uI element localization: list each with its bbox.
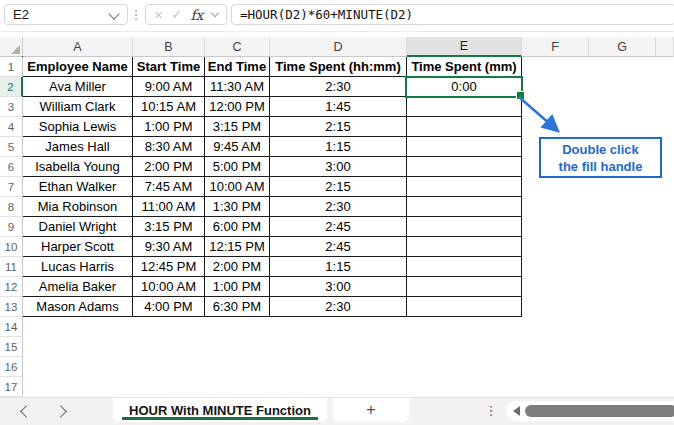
add-sheet-button[interactable]: + — [333, 398, 409, 422]
table-cell[interactable]: 7:45 AM — [133, 177, 205, 197]
table-cell[interactable]: Amelia Baker — [23, 277, 133, 297]
row-header-9[interactable]: 9 — [0, 217, 23, 237]
table-cell[interactable] — [407, 237, 522, 257]
table-cell[interactable]: 3:15 PM — [133, 217, 205, 237]
table-cell[interactable]: 2:30 — [270, 197, 407, 217]
table-header-cell[interactable]: Time Spent (mm) — [407, 57, 522, 77]
column-header-b[interactable]: B — [133, 37, 205, 57]
table-cell[interactable]: 5:00 PM — [205, 157, 270, 177]
table-header-cell[interactable]: Time Spent (hh:mm) — [270, 57, 407, 77]
name-box-chevron-down-icon[interactable] — [108, 8, 119, 19]
horizontal-scrollbar[interactable] — [506, 401, 674, 421]
table-cell[interactable]: 8:30 AM — [133, 137, 205, 157]
row-header-14[interactable]: 14 — [0, 317, 23, 337]
row-header-11[interactable]: 11 — [0, 257, 23, 277]
table-cell[interactable]: 2:30 — [270, 297, 407, 317]
row-header-3[interactable]: 3 — [0, 97, 23, 117]
column-header-f[interactable]: F — [522, 37, 589, 57]
table-cell[interactable]: Lucas Harris — [23, 257, 133, 277]
table-cell[interactable]: James Hall — [23, 137, 133, 157]
table-cell[interactable]: 12:15 PM — [205, 237, 270, 257]
table-cell[interactable]: 2:00 PM — [133, 157, 205, 177]
table-cell[interactable]: 3:15 PM — [205, 117, 270, 137]
table-cell[interactable]: 11:00 AM — [133, 197, 205, 217]
sheet-options-dots-icon[interactable]: ⋮ — [484, 398, 498, 422]
enter-icon[interactable]: ✓ — [171, 8, 182, 21]
fx-chevron-down-icon[interactable] — [211, 9, 219, 17]
table-cell[interactable]: 9:45 AM — [205, 137, 270, 157]
column-header-c[interactable]: C — [205, 37, 270, 57]
table-cell[interactable]: 11:30 AM — [205, 77, 270, 97]
table-cell[interactable]: 2:30 — [270, 77, 407, 97]
select-all-corner[interactable] — [0, 37, 23, 57]
table-cell[interactable]: 4:00 PM — [133, 297, 205, 317]
row-header-15[interactable]: 15 — [0, 337, 23, 357]
table-cell[interactable]: 1:15 — [270, 137, 407, 157]
table-cell[interactable]: Mia Robinson — [23, 197, 133, 217]
table-cell[interactable]: 12:00 PM — [205, 97, 270, 117]
column-header-partial[interactable] — [656, 37, 674, 57]
scrollbar-thumb[interactable] — [525, 405, 674, 417]
table-cell[interactable] — [407, 277, 522, 297]
column-header-g[interactable]: G — [589, 37, 656, 57]
scroll-left-arrow-icon[interactable] — [513, 406, 520, 416]
table-cell[interactable] — [407, 177, 522, 197]
table-cell[interactable]: 10:00 AM — [133, 277, 205, 297]
name-box[interactable]: E2 — [4, 4, 128, 25]
row-header-1[interactable]: 1 — [0, 57, 23, 77]
table-cell[interactable]: 1:30 PM — [205, 197, 270, 217]
table-header-cell[interactable]: Start Time — [133, 57, 205, 77]
table-cell[interactable]: 12:45 PM — [133, 257, 205, 277]
row-header-5[interactable]: 5 — [0, 137, 23, 157]
table-cell[interactable] — [407, 297, 522, 317]
table-cell[interactable] — [407, 217, 522, 237]
column-header-a[interactable]: A — [23, 37, 133, 57]
sheet-tab-active[interactable]: HOUR With MINUTE Function — [113, 398, 327, 422]
table-cell[interactable]: 2:00 PM — [205, 257, 270, 277]
table-cell[interactable]: 3:00 — [270, 277, 407, 297]
row-header-4[interactable]: 4 — [0, 117, 23, 137]
table-cell[interactable]: Ava Miller — [23, 77, 133, 97]
table-cell[interactable] — [407, 197, 522, 217]
table-cell[interactable]: 2:15 — [270, 117, 407, 137]
row-header-13[interactable]: 13 — [0, 297, 23, 317]
column-header-d[interactable]: D — [270, 37, 407, 57]
table-cell[interactable]: 9:30 AM — [133, 237, 205, 257]
row-header-10[interactable]: 10 — [0, 237, 23, 257]
table-header-cell[interactable]: Employee Name — [23, 57, 133, 77]
table-cell[interactable]: 10:00 AM — [205, 177, 270, 197]
table-cell[interactable]: Mason Adams — [23, 297, 133, 317]
table-cell[interactable]: William Clark — [23, 97, 133, 117]
table-cell[interactable]: 9:00 AM — [133, 77, 205, 97]
row-header-7[interactable]: 7 — [0, 177, 23, 197]
insert-function-icon[interactable]: fx — [190, 8, 203, 22]
next-sheet-chevron-icon[interactable] — [54, 405, 67, 418]
table-cell[interactable]: Daniel Wright — [23, 217, 133, 237]
table-cell[interactable]: 1:45 — [270, 97, 407, 117]
table-cell[interactable] — [407, 157, 522, 177]
table-cell[interactable]: 2:45 — [270, 217, 407, 237]
table-cell[interactable]: Isabella Young — [23, 157, 133, 177]
table-cell[interactable]: 1:15 — [270, 257, 407, 277]
prev-sheet-chevron-icon[interactable] — [20, 405, 33, 418]
table-cell[interactable]: 6:00 PM — [205, 217, 270, 237]
row-header-16[interactable]: 16 — [0, 357, 23, 377]
table-cell[interactable]: 10:15 AM — [133, 97, 205, 117]
formula-input[interactable]: =HOUR(D2)*60+MINUTE(D2) — [231, 4, 674, 25]
table-header-cell[interactable]: End Time — [205, 57, 270, 77]
table-cell[interactable]: 1:00 PM — [205, 277, 270, 297]
table-cell[interactable]: Ethan Walker — [23, 177, 133, 197]
table-cell[interactable]: Sophia Lewis — [23, 117, 133, 137]
table-cell[interactable]: 1:00 PM — [133, 117, 205, 137]
row-header-6[interactable]: 6 — [0, 157, 23, 177]
row-header-12[interactable]: 12 — [0, 277, 23, 297]
row-header-2[interactable]: 2 — [0, 77, 23, 97]
table-cell[interactable]: Harper Scott — [23, 237, 133, 257]
column-header-e[interactable]: E — [407, 37, 522, 57]
row-header-17[interactable]: 17 — [0, 377, 23, 397]
table-cell[interactable] — [407, 257, 522, 277]
cancel-icon[interactable]: × — [154, 7, 163, 22]
table-cell[interactable]: 3:00 — [270, 157, 407, 177]
row-header-8[interactable]: 8 — [0, 197, 23, 217]
table-cell[interactable]: 2:45 — [270, 237, 407, 257]
